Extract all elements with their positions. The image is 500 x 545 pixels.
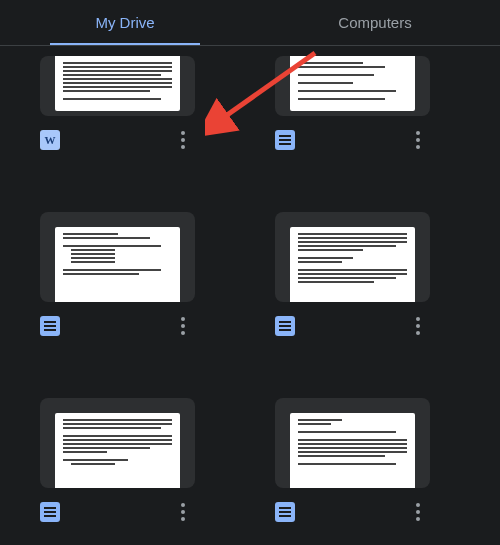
more-options-button[interactable]: [406, 500, 430, 524]
file-thumbnail: [275, 398, 430, 488]
gdoc-icon: [275, 130, 295, 150]
file-thumbnail: [275, 56, 430, 116]
tab-computers[interactable]: Computers: [250, 0, 500, 45]
file-meta-row: [40, 500, 195, 524]
file-meta-row: [40, 314, 195, 338]
gdoc-icon: [275, 316, 295, 336]
file-item[interactable]: [275, 398, 460, 524]
file-item[interactable]: [40, 398, 225, 524]
gdoc-icon: [275, 502, 295, 522]
file-thumbnail: [40, 56, 195, 116]
file-grid: W: [0, 46, 500, 544]
file-meta-row: [275, 128, 430, 152]
file-thumbnail: [275, 212, 430, 302]
more-options-button[interactable]: [171, 500, 195, 524]
tab-my-drive[interactable]: My Drive: [0, 0, 250, 45]
file-meta-row: [275, 314, 430, 338]
more-options-button[interactable]: [171, 314, 195, 338]
more-options-button[interactable]: [406, 128, 430, 152]
more-options-button[interactable]: [171, 128, 195, 152]
file-item[interactable]: [275, 56, 460, 152]
file-meta-row: [275, 500, 430, 524]
file-item[interactable]: [40, 212, 225, 338]
file-meta-row: W: [40, 128, 195, 152]
tab-bar: My Drive Computers: [0, 0, 500, 46]
file-item[interactable]: W: [40, 56, 225, 152]
file-thumbnail: [40, 212, 195, 302]
file-item[interactable]: [275, 212, 460, 338]
word-icon: W: [40, 130, 60, 150]
gdoc-icon: [40, 502, 60, 522]
file-thumbnail: [40, 398, 195, 488]
gdoc-icon: [40, 316, 60, 336]
more-options-button[interactable]: [406, 314, 430, 338]
